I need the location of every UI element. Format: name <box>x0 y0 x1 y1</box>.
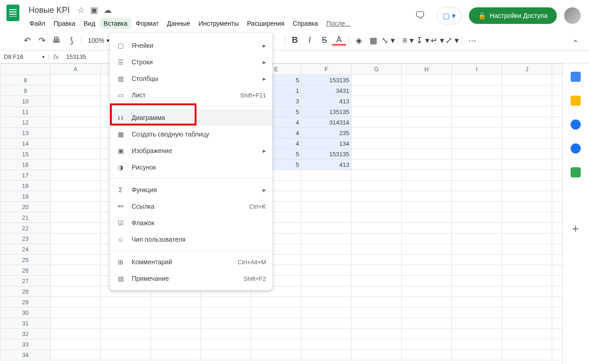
cell-F27[interactable] <box>301 276 352 286</box>
paint-format-icon[interactable]: ⟆ <box>64 34 78 47</box>
cell-F28[interactable] <box>301 286 352 297</box>
cell-I16[interactable] <box>452 159 502 170</box>
row-11[interactable]: 11 <box>0 107 51 117</box>
col-G[interactable]: G <box>352 64 402 75</box>
cell-A29[interactable] <box>51 297 101 307</box>
cell-C32[interactable] <box>151 329 201 339</box>
row-15[interactable]: 15 <box>0 149 51 159</box>
redo-icon[interactable]: ↷ <box>35 34 49 47</box>
cell-F34[interactable] <box>301 350 352 360</box>
cell-G27[interactable] <box>352 276 402 286</box>
cell-F11[interactable]: 135135 <box>301 107 352 117</box>
cell-I13[interactable] <box>452 128 502 138</box>
cell-H27[interactable] <box>402 276 452 286</box>
cell-J18[interactable] <box>502 181 552 191</box>
cell-G23[interactable] <box>352 233 402 244</box>
cell-F16[interactable]: 413 <box>301 159 352 170</box>
cell-G31[interactable] <box>352 318 402 329</box>
menu-cells[interactable]: ▢Ячейки▸ <box>110 37 272 54</box>
cell-I19[interactable] <box>452 191 502 202</box>
cell-I26[interactable] <box>452 265 502 276</box>
menu-comment[interactable]: ⊞КомментарийCtrl+Alt+M <box>110 254 272 270</box>
cell-G21[interactable] <box>352 212 402 223</box>
wrap-icon[interactable]: ↵ ▾ <box>431 34 445 47</box>
cell-A19[interactable] <box>51 191 101 202</box>
row-9[interactable]: 9 <box>0 85 51 96</box>
cell-I14[interactable] <box>452 138 502 149</box>
menu-checkbox[interactable]: ☑Флажок <box>110 215 272 231</box>
cell-A17[interactable] <box>51 170 101 181</box>
cell-F9[interactable]: 3431 <box>301 85 352 96</box>
cell-F31[interactable] <box>301 318 352 329</box>
cell-B31[interactable] <box>101 318 151 329</box>
cell-I25[interactable] <box>452 255 502 265</box>
menubar-Инструменты[interactable]: Инструменты <box>195 18 242 29</box>
cell-H26[interactable] <box>402 265 452 276</box>
cell-F14[interactable]: 134 <box>301 138 352 149</box>
cell-F12[interactable]: 314314 <box>301 117 352 128</box>
row-8[interactable]: 8 <box>0 75 51 85</box>
cell-I15[interactable] <box>452 149 502 159</box>
cell-G30[interactable] <box>352 307 402 318</box>
row-20[interactable]: 20 <box>0 202 51 212</box>
cell-G28[interactable] <box>352 286 402 297</box>
cell-H11[interactable] <box>402 107 452 117</box>
cell-I30[interactable] <box>452 307 502 318</box>
print-icon[interactable]: 🖶 <box>50 34 64 47</box>
menubar-Правка[interactable]: Правка <box>50 18 79 29</box>
cell-I24[interactable] <box>452 244 502 255</box>
cell-I28[interactable] <box>452 286 502 297</box>
cell-A34[interactable] <box>51 350 101 360</box>
menu-cols[interactable]: ▥Столбцы▸ <box>110 70 272 87</box>
cell-C34[interactable] <box>151 350 201 360</box>
cell-G32[interactable] <box>352 329 402 339</box>
cell-F21[interactable] <box>301 212 352 223</box>
row-29[interactable]: 29 <box>0 297 51 307</box>
cell-H16[interactable] <box>402 159 452 170</box>
cell-G18[interactable] <box>352 181 402 191</box>
row-13[interactable]: 13 <box>0 128 51 138</box>
rotate-icon[interactable]: ⤢ ▾ <box>445 34 459 47</box>
cell-A31[interactable] <box>51 318 101 329</box>
cell-B34[interactable] <box>101 350 151 360</box>
menubar-Расширения[interactable]: Расширения <box>243 18 288 29</box>
menubar-Справка[interactable]: Справка <box>289 18 322 29</box>
cell-H14[interactable] <box>402 138 452 149</box>
merge-icon[interactable]: ⤡ ▾ <box>381 34 395 47</box>
cell-J22[interactable] <box>502 223 552 233</box>
menu-chart[interactable]: ⫾⫾Диаграмма <box>110 109 272 126</box>
row-30[interactable]: 30 <box>0 307 51 318</box>
cell-F30[interactable] <box>301 307 352 318</box>
cell-J17[interactable] <box>502 170 552 181</box>
cell-H34[interactable] <box>402 350 452 360</box>
row-23[interactable]: 23 <box>0 233 51 244</box>
cell-A27[interactable] <box>51 276 101 286</box>
cell-F18[interactable] <box>301 181 352 191</box>
cell-J34[interactable] <box>502 350 552 360</box>
cell-A22[interactable] <box>51 223 101 233</box>
text-color-icon[interactable]: A <box>332 35 346 46</box>
cell-G24[interactable] <box>352 244 402 255</box>
cell-J12[interactable] <box>502 117 552 128</box>
cell-A24[interactable] <box>51 244 101 255</box>
col-I[interactable]: I <box>452 64 502 75</box>
cell-H12[interactable] <box>402 117 452 128</box>
undo-icon[interactable]: ↶ <box>20 34 34 47</box>
name-box[interactable]: D8:F16 ▾ <box>0 53 49 60</box>
avatar[interactable] <box>564 7 581 24</box>
cell-D30[interactable] <box>201 307 251 318</box>
share-button[interactable]: 🔒 Настройки Доступа <box>469 7 557 24</box>
halign-icon[interactable]: ≡ ▾ <box>401 34 415 47</box>
meet-button[interactable]: ▢ ▾ <box>437 7 462 24</box>
cell-J30[interactable] <box>502 307 552 318</box>
menu-image[interactable]: ▣Изображение▸ <box>110 142 272 159</box>
cell-J9[interactable] <box>502 85 552 96</box>
cell-H20[interactable] <box>402 202 452 212</box>
cell-J32[interactable] <box>502 329 552 339</box>
menubar-Формат[interactable]: Формат <box>132 18 162 29</box>
cell-E30[interactable] <box>251 307 301 318</box>
menu-note[interactable]: ▤ПримечаниеShift+F2 <box>110 270 272 287</box>
cell-G29[interactable] <box>352 297 402 307</box>
cell-G25[interactable] <box>352 255 402 265</box>
cell-E32[interactable] <box>251 329 301 339</box>
